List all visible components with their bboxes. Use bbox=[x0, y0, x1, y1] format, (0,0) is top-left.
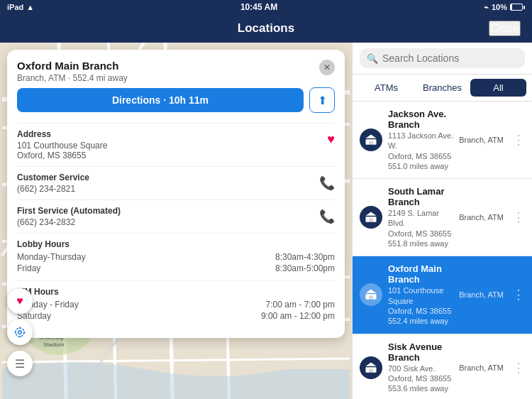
search-bar: 🔍 bbox=[353, 43, 532, 75]
tab-branches[interactable]: Branches bbox=[414, 79, 470, 97]
card-subtitle: Branch, ATM · 552.4 mi away bbox=[17, 73, 128, 83]
phone2-icon[interactable]: 📞 bbox=[319, 206, 335, 224]
itm-hours-row-1: Monday - Friday 7:00 am - 7:00 pm bbox=[17, 300, 335, 310]
itm-time-2: 9:00 am - 12:00 pm bbox=[261, 311, 335, 321]
cs-label: Customer Service bbox=[17, 173, 312, 182]
favorite-map-button[interactable]: ♥ bbox=[7, 288, 33, 314]
battery-label: 10% bbox=[492, 3, 507, 11]
search-input[interactable] bbox=[382, 53, 518, 64]
lobby-hours-section: Lobby Hours Monday-Thursday 8:30am-4:30p… bbox=[17, 233, 335, 280]
first-service-row: First Service (Automated) (662) 234-2832… bbox=[17, 200, 335, 233]
branch-item-2[interactable]: South Lamar Branch 2149 S. Lamar Blvd.Ox… bbox=[353, 179, 532, 256]
svg-rect-46 bbox=[366, 217, 377, 223]
svg-rect-52 bbox=[366, 367, 377, 373]
svg-rect-48 bbox=[372, 219, 373, 222]
main-content: Longest Rd Price St Lewis Rd Vivian Rd I… bbox=[0, 43, 532, 399]
branch-list: Jackson Ave. Branch 1113 Jackson Ave. W.… bbox=[353, 102, 532, 399]
branch-info: South Lamar Branch 2149 S. Lamar Blvd.Ox… bbox=[388, 186, 453, 248]
branch-icon bbox=[360, 129, 382, 151]
branch-more-button[interactable]: ⋮ bbox=[512, 209, 525, 225]
lobby-day-2: Friday bbox=[17, 263, 40, 273]
branch-more-button[interactable]: ⋮ bbox=[512, 360, 525, 376]
carrier-label: iPad bbox=[7, 3, 23, 11]
tabs: ATMs Branches All bbox=[353, 75, 532, 102]
map-area: Longest Rd Price St Lewis Rd Vivian Rd I… bbox=[0, 43, 352, 399]
address-row: Address 101 Courthouse Square Oxford, MS… bbox=[17, 123, 335, 166]
nav-bar: Locations Close bbox=[0, 14, 532, 43]
phone-icon[interactable]: 📞 bbox=[319, 173, 335, 191]
fs-label: First Service (Automated) bbox=[17, 206, 312, 216]
branch-more-button[interactable]: ⋮ bbox=[512, 132, 525, 148]
list-view-button[interactable]: ☰ bbox=[7, 351, 33, 376]
lobby-day-1: Monday-Thursday bbox=[17, 252, 86, 262]
status-right: ⌁ 10% bbox=[484, 3, 525, 12]
branch-info: Oxford Main Branch 101 Courthouse Square… bbox=[388, 263, 453, 326]
tab-atms[interactable]: ATMs bbox=[358, 79, 414, 97]
itm-hours-label: ITM Hours bbox=[17, 287, 335, 297]
branch-icon bbox=[360, 206, 382, 229]
branch-name: Oxford Main Branch bbox=[388, 263, 453, 285]
branch-icon bbox=[360, 283, 382, 306]
status-bar: iPad ▲ 10:45 AM ⌁ 10% bbox=[0, 0, 532, 14]
bluetooth-icon: ⌁ bbox=[484, 3, 489, 12]
branch-meta: Branch, ATM bbox=[459, 290, 504, 299]
svg-rect-43 bbox=[366, 139, 377, 145]
svg-rect-54 bbox=[372, 368, 373, 372]
search-icon: 🔍 bbox=[367, 53, 378, 64]
svg-rect-45 bbox=[372, 141, 373, 145]
address-line2: Oxford, MS 38655 bbox=[17, 151, 320, 160]
cs-phone: (662) 234-2821 bbox=[17, 184, 312, 194]
branch-meta: Branch, ATM bbox=[459, 213, 504, 222]
tab-all[interactable]: All bbox=[470, 79, 526, 97]
branch-name: South Lamar Branch bbox=[388, 186, 453, 207]
fs-phone: (662) 234-2832 bbox=[17, 217, 312, 227]
branch-icon bbox=[360, 356, 382, 379]
lobby-hours-row-2: Friday 8:30am-5:00pm bbox=[17, 263, 335, 273]
my-location-button[interactable] bbox=[7, 319, 33, 345]
lobby-time-2: 8:30am-5:00pm bbox=[275, 263, 335, 273]
branch-more-button[interactable]: ⋮ bbox=[512, 287, 525, 302]
branch-name: Sisk Avenue Branch bbox=[388, 341, 453, 363]
lobby-hours-row-1: Monday-Thursday 8:30am-4:30pm bbox=[17, 252, 335, 262]
branch-meta: Branch, ATM bbox=[459, 364, 504, 372]
wifi-icon: ▲ bbox=[26, 3, 34, 11]
svg-point-42 bbox=[16, 328, 24, 337]
branch-item-3[interactable]: Oxford Main Branch 101 Courthouse Square… bbox=[353, 256, 532, 334]
time-display: 10:45 AM bbox=[240, 2, 277, 12]
customer-service-row: Customer Service (662) 234-2821 📞 bbox=[17, 166, 335, 200]
right-panel: 🔍 ATMs Branches All Jackson Ave. Bran bbox=[352, 43, 532, 399]
share-button[interactable]: ⬆ bbox=[309, 87, 335, 113]
battery-icon bbox=[510, 4, 525, 11]
itm-time-1: 7:00 am - 7:00 pm bbox=[266, 300, 335, 310]
itm-hours-section: ITM Hours Monday - Friday 7:00 am - 7:00… bbox=[17, 280, 335, 328]
location-card: Oxford Main Branch Branch, ATM · 552.4 m… bbox=[7, 50, 345, 338]
search-input-wrap: 🔍 bbox=[360, 48, 525, 68]
branch-name: Jackson Ave. Branch bbox=[388, 109, 453, 130]
branch-item-1[interactable]: Jackson Ave. Branch 1113 Jackson Ave. W.… bbox=[353, 102, 532, 179]
lobby-hours-label: Lobby Hours bbox=[17, 239, 335, 249]
close-button[interactable]: Close bbox=[489, 21, 521, 36]
svg-rect-51 bbox=[372, 296, 373, 300]
directions-row: Directions · 10h 11m ⬆ bbox=[17, 87, 335, 113]
branch-info: Jackson Ave. Branch 1113 Jackson Ave. W.… bbox=[388, 109, 453, 171]
favorite-icon[interactable]: ♥ bbox=[327, 129, 335, 147]
svg-rect-44 bbox=[370, 141, 371, 145]
close-card-button[interactable]: ✕ bbox=[319, 60, 335, 75]
branch-info: Sisk Avenue Branch 700 Sisk Ave.Oxford, … bbox=[388, 341, 453, 394]
address-line1: 101 Courthouse Square bbox=[17, 141, 320, 151]
directions-button[interactable]: Directions · 10h 11m bbox=[17, 88, 304, 112]
branch-address: 101 Courthouse SquareOxford, MS 38655552… bbox=[388, 285, 453, 326]
itm-hours-row-2: Saturday 9:00 am - 12:00 pm bbox=[17, 311, 335, 321]
svg-text:Stadium: Stadium bbox=[43, 341, 65, 348]
card-title: Oxford Main Branch bbox=[17, 60, 128, 72]
lobby-time-1: 8:30am-4:30pm bbox=[275, 252, 335, 262]
svg-rect-50 bbox=[370, 296, 371, 300]
svg-point-41 bbox=[18, 331, 22, 334]
branch-address: 2149 S. Lamar Blvd.Oxford, MS 38655551.8… bbox=[388, 208, 453, 248]
branch-meta: Branch, ATM bbox=[459, 136, 504, 144]
svg-rect-47 bbox=[370, 219, 371, 222]
page-title: Locations bbox=[181, 21, 350, 35]
branch-item-4[interactable]: Sisk Avenue Branch 700 Sisk Ave.Oxford, … bbox=[353, 334, 532, 399]
branch-address: 700 Sisk Ave.Oxford, MS 38655553.6 miles… bbox=[388, 364, 453, 394]
share-icon: ⬆ bbox=[318, 94, 327, 107]
